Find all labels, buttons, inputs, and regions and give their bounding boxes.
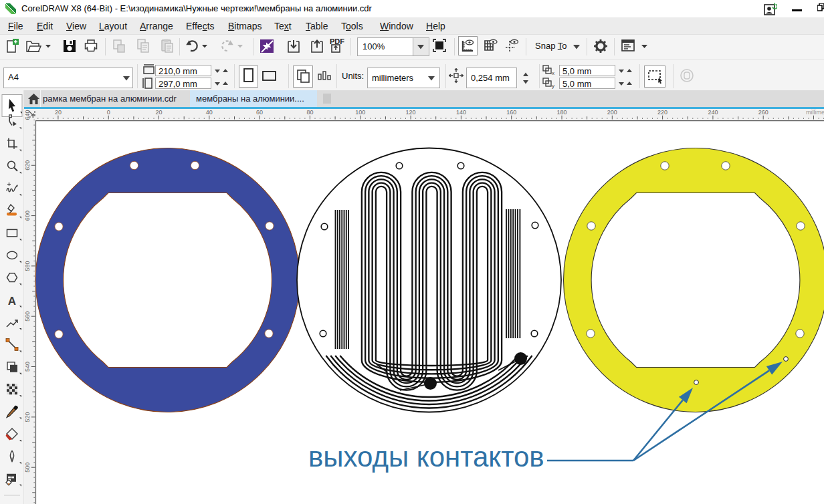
svg-text:A: A xyxy=(8,295,16,307)
svg-text:640: 640 xyxy=(24,110,31,120)
svg-text:160: 160 xyxy=(506,109,516,116)
svg-text:x: x xyxy=(552,70,554,76)
svg-text:260: 260 xyxy=(758,109,768,116)
svg-text:60: 60 xyxy=(256,109,263,116)
svg-text:140: 140 xyxy=(456,109,466,116)
svg-text:620: 620 xyxy=(24,160,31,170)
svg-text:220: 220 xyxy=(657,109,667,116)
svg-text:20: 20 xyxy=(55,109,62,116)
svg-text:500: 500 xyxy=(24,463,31,473)
svg-text:y: y xyxy=(552,83,554,89)
svg-text:580: 580 xyxy=(24,261,31,271)
svg-text:80: 80 xyxy=(306,109,313,116)
svg-text:100: 100 xyxy=(355,109,365,116)
svg-text:200: 200 xyxy=(607,109,617,116)
svg-text:20: 20 xyxy=(155,109,162,116)
svg-text:millimet: millimet xyxy=(806,109,824,116)
svg-text:520: 520 xyxy=(24,412,31,422)
svg-text:120: 120 xyxy=(406,109,416,116)
svg-text:240: 240 xyxy=(708,109,718,116)
svg-text:40: 40 xyxy=(206,109,213,116)
svg-text:560: 560 xyxy=(24,311,31,322)
svg-text:540: 540 xyxy=(24,362,31,372)
svg-text:600: 600 xyxy=(24,211,31,221)
svg-text:180: 180 xyxy=(556,109,566,116)
svg-text:0: 0 xyxy=(107,109,110,116)
